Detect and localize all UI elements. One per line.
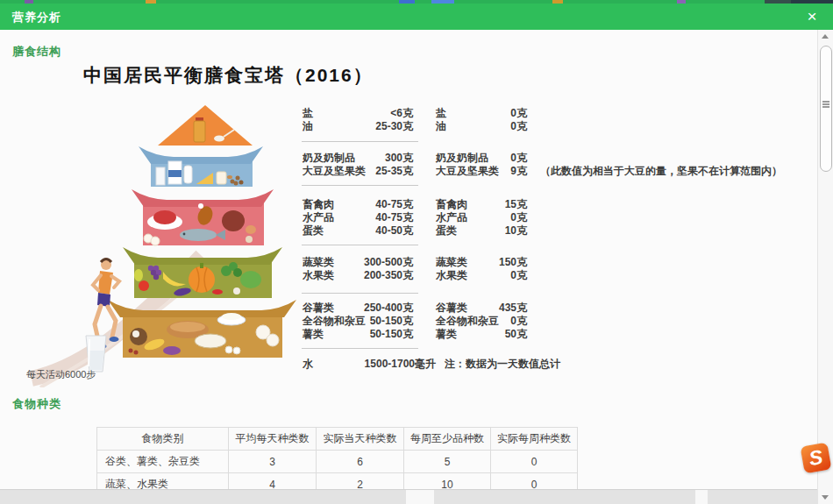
divider [302,141,418,142]
diet-structure-section-title: 膳食结构 [12,44,61,60]
pagoda-level-meat [132,189,274,245]
col-header: 实际每周种类数 [491,428,578,451]
rec-row-water: 水1500-1700毫升 [303,357,436,372]
close-icon[interactable]: × [801,6,822,27]
cell: 3 [229,451,317,473]
pagoda-level-vegetables [123,247,282,298]
daily-total-note: 注：数据为一天数值总计 [445,357,560,372]
soy-note: （此数值为相当于大豆的量，坚果不在计算范围内） [540,164,782,179]
divider [302,185,418,186]
table-row: 谷类、薯类、杂豆类 3 6 5 0 [97,451,578,473]
food-pagoda-illustration [16,98,303,387]
background-page-band [0,489,818,504]
pagoda-level-oil-salt [158,105,253,146]
rec-row-oil: 油25-30克 [303,119,413,134]
thumb-grip-icon [822,101,829,103]
table-header-row: 食物类别 平均每天种类数 实际当天种类数 每周至少品种数 实际每周种类数 [97,428,578,451]
water-glass-icon [86,336,106,372]
scroll-up-button[interactable] [818,30,832,43]
act-row-soy: 大豆及坚果类9克（此数值为相当于大豆的量，坚果不在计算范围内） [436,164,782,179]
scrollbar-thumb[interactable] [820,46,832,172]
table-row: 蔬菜、水果类 4 2 10 0 [97,473,578,490]
cell: 10 [404,473,491,490]
rec-row-fruit: 水果类200-350克 [303,268,413,283]
act-row-tuber: 薯类50克 [436,327,527,342]
cell: 2 [317,473,404,490]
cell: 5 [404,451,491,473]
arrow-up-icon [822,34,829,39]
rec-row-soy: 大豆及坚果类25-35克 [303,164,413,179]
pagoda-title: 中国居民平衡膳食宝塔（2016） [83,63,374,88]
food-types-table-wrapper: 食物类别 平均每天种类数 实际当天种类数 每周至少品种数 实际每周种类数 谷类、… [96,427,579,489]
col-header: 每周至少品种数 [404,428,491,451]
act-row-fruit: 水果类0克 [436,268,527,283]
food-types-table: 食物类别 平均每天种类数 实际当天种类数 每周至少品种数 实际每周种类数 谷类、… [96,427,578,489]
col-header: 实际当天种类数 [317,428,404,451]
modal-title: 营养分析 [12,10,61,25]
cell: 谷类、薯类、杂豆类 [97,451,229,473]
cell: 6 [317,451,404,473]
act-row-egg: 蛋类10克 [436,224,527,238]
cell: 0 [491,451,578,473]
divider [302,293,418,294]
arrow-down-icon [822,495,829,500]
cell: 蔬菜、水果类 [97,473,229,490]
cell: 0 [491,473,578,490]
modal-header: 营养分析 × [0,4,833,30]
act-row-oil: 油0克 [436,119,527,134]
scroll-down-button[interactable] [818,491,832,504]
cell: 4 [229,473,317,490]
divider [302,348,418,349]
divider [302,245,418,245]
vertical-scrollbar[interactable] [817,30,833,504]
rec-row-tuber: 薯类50-150克 [303,327,413,342]
activity-label: 每天活动6000步 [26,368,96,381]
rec-row-egg: 蛋类40-50克 [303,224,413,238]
pagoda-level-dairy [139,146,263,187]
col-header: 食物类别 [97,428,229,451]
food-types-section-title: 食物种类 [12,396,61,412]
col-header: 平均每天种类数 [229,428,317,451]
nutrition-analysis-window: 营养分析 × 膳食结构 中国居民平衡膳食宝塔（2016） [0,0,833,504]
s-app-logo[interactable]: S [801,443,832,474]
